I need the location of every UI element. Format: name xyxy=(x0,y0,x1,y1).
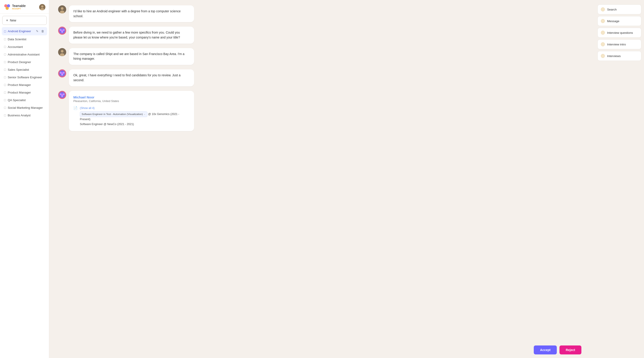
sidebar-item-label: Administrative Assistant xyxy=(8,53,40,56)
sidebar-item-accountant[interactable]: □ Accountant xyxy=(2,43,47,51)
sidebar-item-data-scientist[interactable]: □ Data Scientist xyxy=(2,35,47,43)
chat-icon: □ xyxy=(4,91,6,94)
svg-point-21 xyxy=(60,93,62,95)
right-panel-interview-intro-label: Interview intro xyxy=(607,43,626,46)
message-text: Before diving in, we need to gather a fe… xyxy=(73,31,180,39)
plus-icon: + xyxy=(6,18,8,22)
candidate-name[interactable]: Michael Noor xyxy=(73,95,190,99)
message-bubble: The company is called Shipt and we are b… xyxy=(69,48,194,65)
chat-icon: □ xyxy=(4,75,6,79)
candidate-location: Pleasanton, California, United States xyxy=(73,100,190,103)
right-panel-message[interactable]: Message xyxy=(598,16,641,26)
exp-period-2: (2021 - 2021) xyxy=(117,123,134,126)
message-bubble: Ok, great, I have everything I need to f… xyxy=(69,69,194,86)
exp-title-2: Software Engineer @ NewCo xyxy=(80,123,116,126)
sidebar-item-sales-specialist[interactable]: □ Sales Specialist xyxy=(2,66,47,73)
user-avatar-chat xyxy=(58,48,66,56)
right-panel-interview-questions[interactable]: Interview questions xyxy=(598,28,641,38)
chat-icon: □ xyxy=(4,53,6,56)
sidebar-header: Teamable HireGPT xyxy=(0,0,49,14)
sidebar-item-product-designer[interactable]: □ Product Designer xyxy=(2,58,47,66)
svg-point-12 xyxy=(61,31,63,33)
right-panel-interview-intro[interactable]: Interview intro xyxy=(598,39,641,49)
message-text: Ok, great, I have everything I need to f… xyxy=(73,73,180,82)
experience-list: (Show all 4) Software Engineer in Test -… xyxy=(80,106,190,127)
chat-area: I'd like to hire an Android engineer wit… xyxy=(49,0,595,358)
right-panel-search-label: Search xyxy=(607,8,617,11)
candidate-message-row: Michael Noor Pleasanton, California, Uni… xyxy=(58,91,194,131)
message-text: I'd like to hire an Android engineer wit… xyxy=(73,10,181,18)
svg-point-7 xyxy=(61,7,64,10)
experience-icon: 📄 xyxy=(73,106,78,110)
action-bar: Accept Reject xyxy=(49,342,590,358)
sidebar-item-label: Social Marketing Manager xyxy=(8,106,43,109)
svg-point-20 xyxy=(58,91,66,99)
svg-point-23 xyxy=(61,95,63,97)
sidebar-item-business-analyst[interactable]: □ Business Analyst xyxy=(2,111,47,119)
chat-icon: □ xyxy=(4,83,6,87)
main-content: I'd like to hire an Android engineer wit… xyxy=(49,0,595,358)
bot-avatar-chat xyxy=(58,27,66,35)
exp-item-1: Software Engineer in Test - Automation (… xyxy=(80,111,190,122)
right-panel-interviews[interactable]: Interviews xyxy=(598,51,641,61)
right-panel-message-label: Message xyxy=(607,20,620,23)
message-row: The company is called Shipt and we are b… xyxy=(58,48,194,65)
new-button-label: New xyxy=(10,19,16,22)
sidebar-item-product-manager-1[interactable]: □ Product Manager xyxy=(2,81,47,89)
chat-icon: □ xyxy=(4,45,6,49)
logo-teamable-label: Teamable xyxy=(12,4,26,8)
message-row: Ok, great, I have everything I need to f… xyxy=(58,69,194,86)
bot-avatar-candidate xyxy=(58,91,66,99)
sidebar-item-product-manager-2[interactable]: □ Product Manager xyxy=(2,89,47,96)
sidebar-item-qa-specialist[interactable]: □ QA Specialist xyxy=(2,96,47,104)
sidebar-item-label: Sales Specialist xyxy=(8,68,29,71)
exp-title: Software Engineer in Test - Automation (… xyxy=(82,112,143,117)
svg-point-14 xyxy=(61,50,64,53)
new-chat-button[interactable]: + New xyxy=(2,16,47,25)
sidebar: Teamable HireGPT + New □ Android Enginee… xyxy=(0,0,49,358)
user-avatar[interactable] xyxy=(39,4,46,10)
chat-icon: □ xyxy=(4,37,6,41)
edit-button[interactable]: ✎ xyxy=(35,29,39,33)
show-all-link[interactable]: (Show all 4) xyxy=(80,106,190,111)
chat-icon: □ xyxy=(4,68,6,71)
sidebar-item-label: Senior Software Engineer xyxy=(8,76,42,79)
right-panel-interview-questions-label: Interview questions xyxy=(607,31,633,35)
logo-hiregpt-label: HireGPT xyxy=(12,8,26,10)
reject-button[interactable]: Reject xyxy=(560,345,582,354)
svg-point-16 xyxy=(58,69,66,77)
chat-icon: □ xyxy=(4,113,6,117)
logo-text: Teamable HireGPT xyxy=(12,4,26,10)
right-panel-search[interactable]: Search xyxy=(598,5,641,14)
candidate-card: Michael Noor Pleasanton, California, Uni… xyxy=(69,91,194,131)
svg-point-9 xyxy=(58,27,66,35)
chevron-down-icon: ⌄ xyxy=(144,113,146,116)
chat-icon: □ xyxy=(4,106,6,109)
teamable-logo-icon xyxy=(4,4,11,11)
rp-dot-icon xyxy=(601,31,605,35)
accept-button[interactable]: Accept xyxy=(534,345,557,354)
sidebar-list: □ Android Engineer ✎ 🗑 □ Data Scientist … xyxy=(0,26,49,120)
sidebar-item-senior-software-engineer[interactable]: □ Senior Software Engineer xyxy=(2,73,47,81)
message-text: The company is called Shipt and we are b… xyxy=(73,52,184,61)
chat-icon: □ xyxy=(4,98,6,102)
sidebar-item-social-marketing-manager[interactable]: □ Social Marketing Manager xyxy=(2,104,47,111)
sidebar-item-actions: ✎ 🗑 xyxy=(35,29,45,33)
rp-dot-icon xyxy=(601,42,605,46)
sidebar-item-label: Accountant xyxy=(8,45,23,49)
message-bubble: Before diving in, we need to gather a fe… xyxy=(69,27,194,44)
svg-point-18 xyxy=(63,72,64,74)
exp-tag[interactable]: Software Engineer in Test - Automation (… xyxy=(80,111,147,117)
bot-avatar-chat xyxy=(58,69,66,77)
svg-point-19 xyxy=(61,74,63,76)
chat-icon: □ xyxy=(4,60,6,64)
sidebar-item-label: Data Scientist xyxy=(8,38,26,41)
delete-button[interactable]: 🗑 xyxy=(40,29,45,33)
message-bubble: I'd like to hire an Android engineer wit… xyxy=(69,5,194,22)
message-row: I'd like to hire an Android engineer wit… xyxy=(58,5,194,22)
svg-point-2 xyxy=(6,7,9,10)
sidebar-item-android-engineer[interactable]: □ Android Engineer ✎ 🗑 xyxy=(2,27,47,35)
candidate-experience: 📄 (Show all 4) Software Engineer in Test… xyxy=(73,106,190,127)
sidebar-item-administrative-assistant[interactable]: □ Administrative Assistant xyxy=(2,51,47,58)
sidebar-item-label: Product Manager xyxy=(8,91,31,94)
